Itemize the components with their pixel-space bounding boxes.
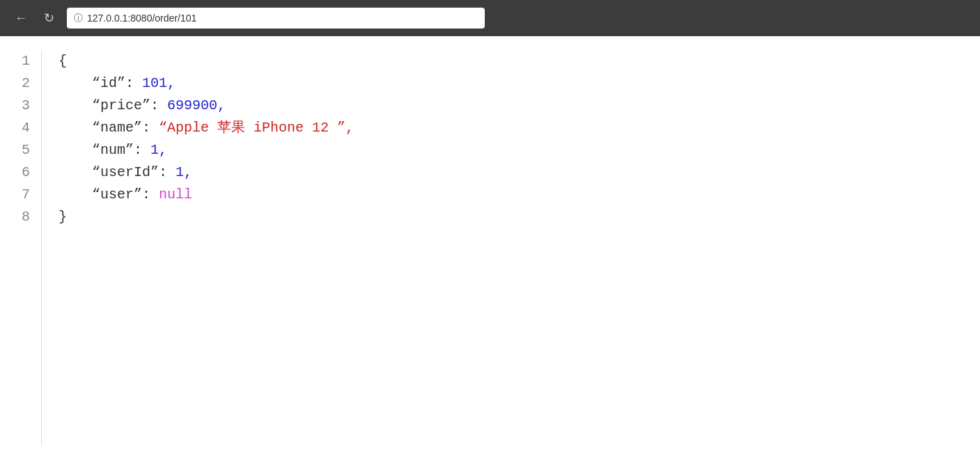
json-line: “user”: null (59, 184, 980, 206)
json-segment: “userId”: (59, 164, 176, 180)
json-line: { (59, 50, 980, 72)
json-line: } (59, 206, 980, 228)
json-segment: “name”: (59, 120, 159, 136)
back-button[interactable]: ← (11, 8, 31, 28)
json-segment: “id”: (59, 75, 142, 91)
json-segment: { (59, 53, 67, 69)
line-number: 3 (22, 95, 30, 117)
url-display: 127.0.0.1:8080/order/101 (87, 13, 196, 24)
json-segment: 1, (176, 164, 192, 180)
line-number: 2 (22, 72, 30, 95)
json-segment: null (159, 187, 192, 203)
line-numbers-column: 12345678 (0, 50, 42, 446)
json-segment: 101, (142, 75, 176, 91)
address-bar[interactable]: ⓘ 127.0.0.1:8080/order/101 (67, 8, 485, 29)
line-number: 6 (22, 161, 30, 184)
json-segment: “num”: (59, 142, 150, 158)
json-line: “id”: 101, (59, 72, 980, 95)
json-segment: “Apple 苹果 iPhone 12 ”, (159, 120, 354, 136)
line-number: 5 (22, 139, 30, 161)
json-segment: “user”: (59, 187, 159, 203)
json-line: “num”: 1, (59, 139, 980, 161)
json-segment: 1, (150, 142, 167, 158)
line-number: 7 (22, 184, 30, 206)
json-segment: “price”: (59, 97, 167, 113)
info-icon: ⓘ (74, 12, 83, 24)
json-line: “price”: 699900, (59, 95, 980, 117)
line-number: 8 (22, 206, 30, 228)
json-line: “name”: “Apple 苹果 iPhone 12 ”, (59, 117, 980, 139)
json-line: “userId”: 1, (59, 161, 980, 184)
refresh-icon: ↻ (44, 10, 54, 26)
line-number: 1 (22, 50, 30, 72)
content-area: 12345678 { “id”: 101, “price”: 699900, “… (0, 36, 980, 460)
json-segment: 699900, (167, 97, 226, 113)
json-content: { “id”: 101, “price”: 699900, “name”: “A… (42, 50, 980, 446)
back-arrow-icon: ← (15, 11, 27, 26)
json-segment: } (59, 209, 67, 225)
refresh-button[interactable]: ↻ (39, 8, 59, 28)
browser-toolbar: ← ↻ ⓘ 127.0.0.1:8080/order/101 (0, 0, 980, 36)
line-number: 4 (22, 117, 30, 139)
